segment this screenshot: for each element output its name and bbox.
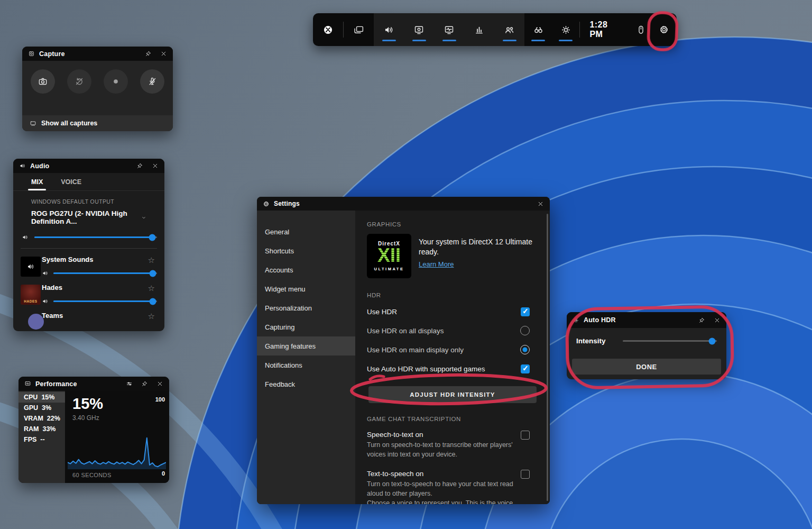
close-icon[interactable] — [152, 162, 159, 169]
use-hdr-checkbox[interactable] — [521, 307, 530, 316]
capture-widget-button[interactable] — [404, 13, 434, 46]
tab-mix[interactable]: MIX — [31, 178, 43, 190]
capture-window-icon — [28, 50, 35, 57]
toolbar-middle-segment — [374, 13, 524, 46]
x-axis-label: 60 SECONDS — [72, 472, 112, 478]
adjust-hdr-intensity-button[interactable]: ADJUST HDR INTENSITY — [368, 386, 537, 403]
teams-thumbnail — [28, 314, 44, 330]
speech-to-text-checkbox[interactable] — [521, 431, 530, 440]
capture-widget: Capture Show all captures — [22, 47, 173, 131]
sidebar-item-general[interactable]: General — [257, 222, 355, 241]
audio-tabs: MIX VOICE — [13, 173, 164, 191]
axis-min-label: 0 — [162, 470, 165, 477]
record-dot-icon — [110, 76, 121, 87]
speaker-art-icon — [26, 262, 35, 271]
close-icon[interactable] — [160, 50, 167, 57]
sun-icon — [560, 24, 571, 35]
show-all-captures-button[interactable]: Show all captures — [22, 115, 173, 131]
social-widget-button[interactable] — [494, 13, 524, 46]
capture-titlebar[interactable]: Capture — [22, 47, 173, 61]
hdr-all-displays-row: Use HDR on all displays — [367, 325, 537, 336]
sidebar-item-notifications[interactable]: Notifications — [257, 355, 355, 375]
sidebar-item-feedback[interactable]: Feedback — [257, 375, 355, 394]
broadcast-widget-button[interactable] — [434, 13, 464, 46]
record-last-30s-button[interactable] — [67, 69, 91, 94]
metric-row-fps[interactable]: FPS-- — [19, 434, 65, 445]
capture-icon — [413, 24, 425, 35]
microphone-muted-icon — [147, 76, 158, 87]
options-sliders-icon[interactable] — [126, 380, 133, 387]
pin-icon[interactable] — [136, 162, 143, 169]
directx-logo: DirectX XII ULTIMATE — [367, 234, 411, 278]
screenshot-button[interactable] — [31, 69, 55, 94]
channel-system-sounds: System Sounds ☆ — [21, 256, 157, 277]
close-icon[interactable] — [714, 317, 721, 324]
pin-icon[interactable] — [145, 50, 152, 57]
mouse-icon — [635, 24, 647, 35]
metric-row-cpu[interactable]: CPU15% — [19, 392, 65, 403]
auto-hdr-titlebar[interactable]: Auto HDR — [567, 312, 726, 328]
scrollbar[interactable] — [547, 214, 548, 501]
sidebar-item-personalization[interactable]: Personalization — [257, 298, 355, 317]
text-to-speech-checkbox[interactable] — [521, 470, 530, 479]
sidebar-item-accounts[interactable]: Accounts — [257, 260, 355, 279]
pin-icon[interactable] — [141, 380, 148, 387]
looking-for-group-button[interactable] — [524, 13, 552, 46]
output-device-dropdown[interactable]: ROG PG27U (2- NVIDIA High Definition A..… — [31, 209, 146, 225]
auto-hdr-title: Auto HDR — [584, 316, 616, 324]
settings-button[interactable] — [651, 13, 677, 46]
hades-volume-slider[interactable] — [53, 300, 157, 302]
slider-thumb[interactable] — [150, 298, 156, 305]
slider-thumb[interactable] — [149, 234, 155, 241]
gear-icon — [659, 24, 669, 35]
microphone-toggle-button[interactable] — [140, 69, 164, 94]
learn-more-link[interactable]: Learn More — [419, 260, 454, 268]
system-sounds-volume-slider[interactable] — [53, 272, 157, 274]
audio-widget-button[interactable] — [374, 13, 404, 46]
metric-row-ram[interactable]: RAM33% — [19, 424, 65, 434]
close-icon[interactable] — [537, 200, 544, 207]
settings-titlebar[interactable]: Settings — [257, 197, 550, 211]
slider-thumb[interactable] — [709, 338, 716, 344]
metric-row-vram[interactable]: VRAM22% — [19, 413, 65, 424]
sidebar-item-gaming-features[interactable]: Gaming features — [257, 336, 355, 355]
tab-voice[interactable]: VOICE — [61, 178, 81, 190]
start-recording-button[interactable] — [104, 69, 128, 94]
cpu-big-value: 15% — [72, 395, 103, 413]
cpu-sparkline-chart — [68, 427, 166, 469]
mouse-mode-button[interactable] — [630, 13, 651, 46]
sidebar-item-shortcuts[interactable]: Shortcuts — [257, 241, 355, 260]
favorite-star-icon[interactable]: ☆ — [148, 256, 155, 265]
audio-titlebar[interactable]: Audio — [13, 159, 164, 173]
hdr-all-displays-radio[interactable] — [520, 326, 530, 335]
intensity-slider[interactable] — [623, 340, 717, 342]
xbox-home-button[interactable] — [313, 13, 343, 46]
hdr-main-display-radio[interactable] — [520, 345, 530, 354]
camera-icon — [38, 76, 48, 87]
done-button[interactable]: DONE — [572, 359, 721, 375]
sidebar-item-capturing[interactable]: Capturing — [257, 317, 355, 336]
performance-titlebar[interactable]: Performance — [19, 377, 169, 391]
master-volume-slider[interactable] — [34, 236, 157, 238]
people-icon — [504, 24, 515, 35]
binoculars-icon — [533, 24, 544, 35]
widget-menu-button[interactable] — [344, 13, 374, 46]
close-icon[interactable] — [156, 380, 163, 387]
capture-title: Capture — [39, 50, 65, 58]
favorite-star-icon[interactable]: ☆ — [148, 312, 155, 321]
favorite-star-icon[interactable]: ☆ — [148, 284, 155, 293]
performance-widget-button[interactable] — [464, 13, 494, 46]
metric-row-gpu[interactable]: GPU3% — [19, 403, 65, 413]
slider-thumb[interactable] — [150, 270, 156, 277]
audio-title: Audio — [30, 162, 49, 170]
brightness-button[interactable] — [552, 13, 579, 46]
divider — [21, 248, 157, 249]
speech-to-text-item: Speech-to-text on Turn on speech-to-text… — [367, 431, 537, 459]
auto-hdr-games-checkbox[interactable] — [521, 364, 530, 373]
pin-icon[interactable] — [698, 317, 705, 324]
cpu-clock-speed: 3.40 GHz — [72, 414, 99, 422]
channel-name: Hades — [42, 284, 157, 291]
volume-icon — [42, 270, 49, 277]
speaker-icon — [383, 24, 394, 35]
sidebar-item-widget-menu[interactable]: Widget menu — [257, 279, 355, 298]
